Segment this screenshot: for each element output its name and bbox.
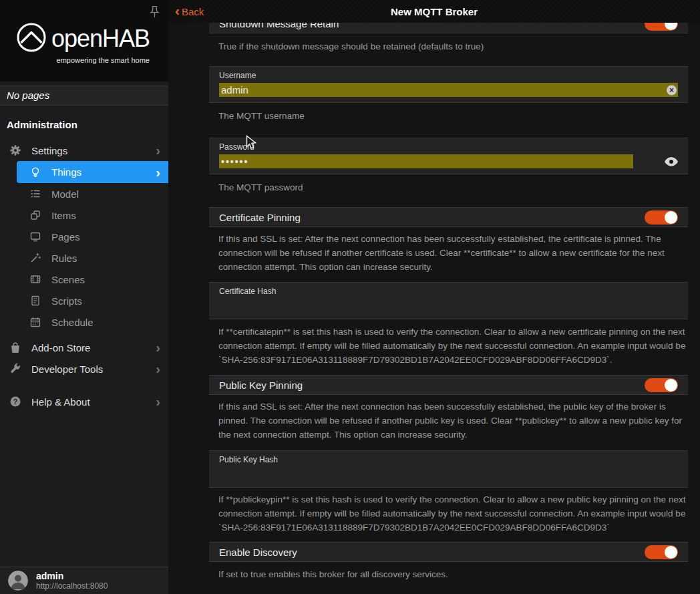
enable-discovery-description: If set to true enables this broker for a… [209,567,688,581]
certificate-hash-input[interactable] [219,299,678,313]
gear-icon [9,144,22,156]
sidebar-item-settings[interactable]: Settings › [0,140,168,161]
certificate-hash-label: Certificate Hash [219,287,678,296]
public-key-hash-card: Public Key Hash [209,450,688,488]
public-key-pinning-label: Public Key Pinning [219,380,303,391]
sidebar: openHAB empowering the smart home No pag… [0,0,168,594]
username-field-card: Username × [209,66,688,103]
sidebar-item-scripts[interactable]: Scripts [0,290,168,311]
chevron-right-icon: › [156,144,160,156]
openhab-logo[interactable]: openHAB [0,0,168,55]
shutdown-retain-description: True if the shutdown message should be r… [209,39,688,53]
public-key-hash-description: If **publickeypin** is set this hash is … [209,492,688,535]
shapes-icon [29,209,42,221]
calendar-icon [29,316,42,328]
public-key-hash-label: Public Key Hash [219,455,678,464]
main-panel: Shutdown Message Retain True if the shut… [168,0,700,594]
sidebar-item-items[interactable]: Items [0,204,168,226]
password-description: The MQTT password [209,180,688,194]
shopping-bag-icon [9,341,22,353]
certificate-pinning-toggle[interactable] [645,210,678,225]
chevron-right-icon: › [156,396,160,408]
svg-text:?: ? [13,398,17,406]
public-key-hash-input[interactable] [219,467,678,482]
show-password-eye-icon[interactable] [665,157,678,166]
sidebar-item-things[interactable]: Things › [17,161,168,183]
page-title: New MQTT Broker [168,6,700,17]
film-icon [29,273,42,285]
chevron-right-icon: › [156,341,160,353]
navbar: ‹ Back New MQTT Broker [168,0,700,23]
sidebar-logo-area: openHAB empowering the smart home [0,0,168,82]
password-input[interactable] [219,154,633,168]
back-button[interactable]: ‹ Back [175,5,204,17]
back-label: Back [182,6,204,17]
administration-heading: Administration [0,116,168,140]
sidebar-item-schedule[interactable]: Schedule [0,311,168,333]
enable-discovery-row: Enable Discovery [209,542,688,562]
sidebar-item-pages[interactable]: Pages [0,226,168,247]
password-field-label: Password [219,142,678,152]
certificate-hash-description: If **certificatepin** is set this hash i… [209,325,688,367]
clear-input-icon[interactable]: × [667,85,677,95]
thing-config-form: Shutdown Message Retain True if the shut… [168,0,700,594]
pin-sidebar-icon[interactable] [150,5,160,19]
sidebar-item-addon-store[interactable]: Add-on Store › [0,337,168,358]
logo-tagline: empowering the smart home [0,56,168,64]
certificate-pinning-description: If this and SSL is set: After the next c… [209,232,688,274]
sidebar-item-help-about[interactable]: ? Help & About › [0,391,168,412]
certificate-pinning-label: Certificate Pinning [219,212,301,223]
chevron-right-icon: › [156,166,160,178]
openhab-logo-icon [16,22,47,55]
magic-wand-icon [29,252,42,264]
username-field-label: Username [219,71,678,80]
sidebar-item-rules[interactable]: Rules [0,247,168,269]
username-label: admin [36,571,108,581]
password-field-card: Password [209,138,688,174]
server-url-label: http://localhost:8080 [36,582,108,591]
sidebar-menu: Administration Settings › Things › Model [0,106,168,567]
sidebar-item-model[interactable]: Model [0,183,168,204]
script-document-icon [29,295,42,307]
back-chevron-icon: ‹ [175,3,180,17]
user-account-row[interactable]: admin http://localhost:8080 [0,567,168,594]
enable-discovery-toggle[interactable] [645,545,678,559]
sidebar-item-developer-tools[interactable]: Developer Tools › [0,358,168,380]
public-key-pinning-row: Public Key Pinning [209,375,688,395]
no-pages-label: No pages [0,86,168,106]
sidebar-item-scenes[interactable]: Scenes [0,269,168,290]
lightbulb-icon [29,166,42,178]
logo-title: openHAB [51,27,150,51]
wrench-icon [9,363,22,375]
certificate-pinning-row: Certificate Pinning [209,207,688,227]
avatar [8,571,28,591]
username-description: The MQTT username [209,109,688,123]
certificate-hash-card: Certificate Hash [209,282,688,319]
public-key-pinning-toggle[interactable] [645,378,678,392]
username-input[interactable] [219,83,678,97]
monitor-icon [29,231,42,243]
help-circle-icon: ? [9,396,22,408]
public-key-pinning-description: If this and SSL is set: After the next c… [209,400,688,442]
model-tree-icon [29,188,42,200]
enable-discovery-label: Enable Discovery [219,547,297,558]
chevron-right-icon: › [156,363,160,375]
